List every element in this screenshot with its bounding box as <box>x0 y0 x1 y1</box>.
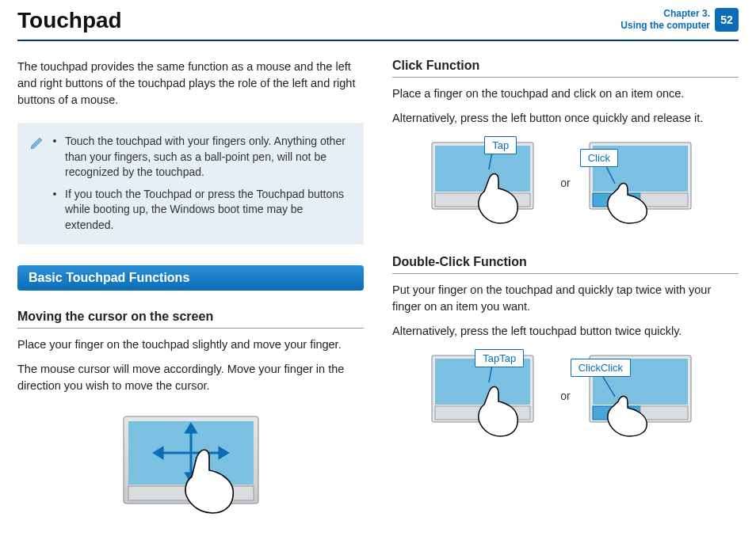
note-item: • If you touch the Touchpad or press the… <box>30 187 353 234</box>
click-label: Click <box>580 149 618 167</box>
content-area: The touchpad provides the same function … <box>0 41 756 536</box>
note-text: If you touch the Touchpad or press the T… <box>65 187 353 234</box>
svg-rect-14 <box>435 193 483 207</box>
page-header: Touchpad Chapter 3. Using the computer 5… <box>17 0 739 41</box>
dblclick-p1: Put your finger on the touchpad and quic… <box>392 282 739 315</box>
note-icon <box>30 135 44 181</box>
svg-rect-24 <box>435 406 483 420</box>
subheading-moving: Moving the cursor on the screen <box>17 310 364 329</box>
dblclick-p2: Alternatively, press the left touchpad b… <box>392 323 739 340</box>
section-banner: Basic Touchpad Functions <box>17 265 364 291</box>
or-label: or <box>560 390 570 402</box>
svg-rect-30 <box>640 406 688 420</box>
or-label: or <box>560 177 570 189</box>
intro-text: The touchpad provides the same function … <box>17 59 364 108</box>
bullet-dot: • <box>51 134 59 181</box>
chapter-info: Chapter 3. Using the computer <box>620 8 710 32</box>
chapter-number: Chapter 3. <box>620 8 710 20</box>
illustration-click: Tap or Click <box>392 138 739 228</box>
tap-label: Tap <box>484 136 517 154</box>
clickclick-label: ClickClick <box>571 359 631 377</box>
touchpad-move-icon <box>108 409 274 519</box>
illustration-move <box>17 409 364 519</box>
moving-p1: Place your finger on the touchpad slight… <box>17 336 364 353</box>
touchpad-taptap-icon: TapTap <box>427 351 546 441</box>
click-p2: Alternatively, press the left button onc… <box>392 110 739 127</box>
subheading-double-click: Double-Click Function <box>392 255 739 274</box>
page-number-badge: 52 <box>715 8 739 32</box>
note-item: • Touch the touchpad with your fingers o… <box>30 134 353 181</box>
svg-rect-20 <box>640 193 688 207</box>
illustration-double-click: TapTap or ClickClick <box>392 351 739 441</box>
subheading-click: Click Function <box>392 59 739 78</box>
right-column: Click Function Place a finger on the tou… <box>392 59 739 519</box>
page-title: Touchpad <box>17 8 122 33</box>
header-right: Chapter 3. Using the computer 52 <box>620 8 739 32</box>
click-p1: Place a finger on the touchpad and click… <box>392 86 739 102</box>
moving-p2: The mouse cursor will move accordingly. … <box>17 361 364 394</box>
note-text: Touch the touchpad with your fingers onl… <box>65 134 353 181</box>
touchpad-clickclick-icon: ClickClick <box>585 351 704 441</box>
chapter-title: Using the computer <box>620 20 710 32</box>
bullet-dot: • <box>51 187 59 234</box>
taptap-label: TapTap <box>475 349 524 367</box>
touchpad-click-icon: Click <box>585 138 704 228</box>
svg-rect-2 <box>128 486 191 500</box>
touchpad-tap-icon: Tap <box>427 138 546 228</box>
note-box: • Touch the touchpad with your fingers o… <box>17 123 364 245</box>
left-column: The touchpad provides the same function … <box>17 59 364 519</box>
